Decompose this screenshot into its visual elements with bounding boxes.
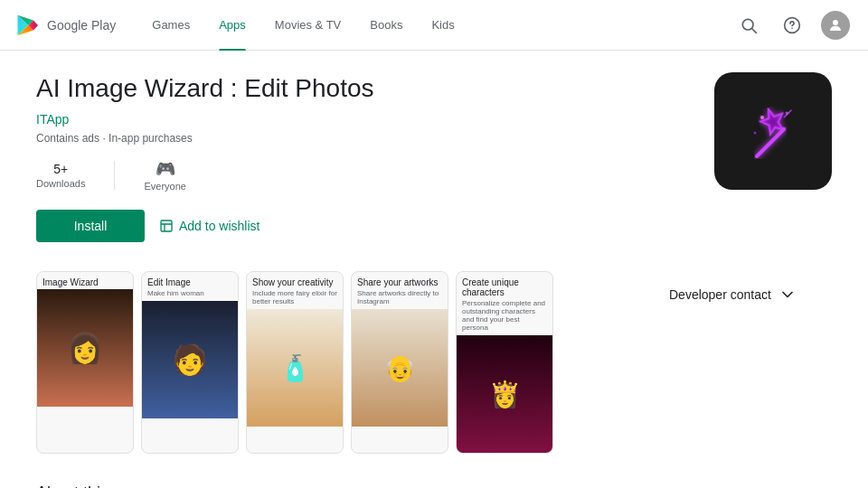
nav-apps[interactable]: Apps: [204, 0, 260, 51]
screenshot-card-3: Show your creativity Include more fairy …: [246, 271, 344, 454]
google-play-logo-icon: [14, 13, 40, 38]
app-icon-container: [714, 72, 832, 242]
wishlist-icon: [159, 219, 174, 233]
main-content: AI Image Wizard : Edit Photos ITApp Cont…: [0, 51, 868, 488]
main-nav: Games Apps Movies & TV Books Kids: [137, 0, 731, 51]
google-play-text: Google Play: [47, 18, 116, 33]
screenshot-card-5: Create unique characters Personalize com…: [456, 271, 553, 454]
search-button[interactable]: [731, 7, 767, 43]
help-button[interactable]: [774, 7, 810, 43]
nav-books[interactable]: Books: [355, 0, 417, 51]
header: Google Play Games Apps Movies & TV Books…: [0, 0, 868, 51]
about-arrow-icon[interactable]: →: [147, 483, 165, 488]
app-info: AI Image Wizard : Edit Photos ITApp Cont…: [36, 72, 678, 242]
avatar-icon: [827, 17, 844, 33]
downloads-label: Downloads: [36, 178, 85, 189]
contains-ads-label: Contains ads: [36, 132, 99, 145]
svg-point-9: [760, 116, 764, 119]
developer-contact-button[interactable]: Developer contact: [669, 286, 797, 304]
app-stats: 5+ Downloads 🎮 Everyone: [36, 159, 678, 192]
screenshot-sublabel-5: Personalize complete and outstanding cha…: [457, 299, 552, 335]
app-meta: Contains ads · In-app purchases: [36, 132, 678, 145]
screenshots-section: Image Wizard 👩 Edit Image Make him woman…: [36, 271, 832, 454]
screenshot-label-2: Edit Image: [142, 272, 238, 289]
app-header: AI Image Wizard : Edit Photos ITApp Cont…: [36, 72, 832, 242]
search-icon: [740, 16, 758, 34]
install-button[interactable]: Install: [36, 210, 145, 242]
screenshot-label-4: Share your artworks: [352, 272, 448, 289]
developer-contact: Developer contact: [669, 271, 832, 454]
nav-games[interactable]: Games: [137, 0, 204, 51]
nav-kids[interactable]: Kids: [417, 0, 468, 51]
avatar: [821, 11, 850, 40]
rating-label: Everyone: [144, 181, 185, 192]
account-button[interactable]: [817, 7, 854, 43]
screenshot-image-2: 🧑: [142, 301, 238, 418]
screenshot-card-1: Image Wizard 👩: [36, 271, 134, 454]
svg-rect-5: [161, 221, 172, 231]
screenshot-image-4: 👴: [352, 309, 448, 427]
app-icon-graphic: [737, 95, 809, 167]
screenshot-sublabel-2: Make him woman: [142, 289, 238, 301]
wishlist-label: Add to wishlist: [179, 219, 259, 233]
svg-point-11: [754, 132, 757, 135]
rating-icon: 🎮: [156, 159, 175, 179]
chevron-down-icon: [778, 286, 797, 304]
screenshot-card-4: Share your artworks Share artworks direc…: [351, 271, 448, 454]
screenshot-sublabel-3: Include more fairy elixir for better res…: [247, 289, 343, 309]
screenshot-label-3: Show your creativity: [247, 272, 343, 289]
screenshot-label-1: Image Wizard: [37, 272, 133, 289]
google-play-logo[interactable]: Google Play: [14, 13, 116, 38]
screenshot-image-5: 👸: [457, 335, 552, 453]
about-section: About this app → Introducing the ultimat…: [36, 483, 832, 488]
app-title: AI Image Wizard : Edit Photos: [36, 72, 678, 105]
header-actions: [731, 7, 854, 43]
stat-divider: [114, 161, 115, 190]
screenshots-scroll[interactable]: Image Wizard 👩 Edit Image Make him woman…: [36, 271, 647, 454]
app-developer[interactable]: ITApp: [36, 112, 678, 127]
svg-point-3: [791, 27, 793, 29]
about-header: About this app →: [36, 483, 832, 488]
screenshot-card-2: Edit Image Make him woman 🧑: [141, 271, 239, 454]
downloads-stat: 5+ Downloads: [36, 162, 85, 189]
rating-stat: 🎮 Everyone: [144, 159, 185, 192]
screenshot-image-1: 👩: [37, 289, 133, 407]
wishlist-button[interactable]: Add to wishlist: [159, 219, 259, 233]
screenshot-sublabel-4: Share artworks directly to Instagram: [352, 289, 448, 309]
app-icon: [714, 72, 832, 190]
in-app-purchases-label: In-app purchases: [108, 132, 193, 145]
svg-point-4: [833, 20, 838, 25]
help-icon: [783, 16, 801, 34]
downloads-value: 5+: [53, 162, 68, 176]
screenshot-label-5: Create unique characters: [457, 272, 552, 299]
screenshot-image-3: 🧴: [247, 309, 343, 427]
developer-contact-label: Developer contact: [669, 287, 771, 302]
app-actions: Install Add to wishlist: [36, 210, 678, 242]
nav-movies-tv[interactable]: Movies & TV: [260, 0, 355, 51]
svg-line-1: [752, 28, 757, 33]
about-title: About this app: [36, 483, 140, 488]
